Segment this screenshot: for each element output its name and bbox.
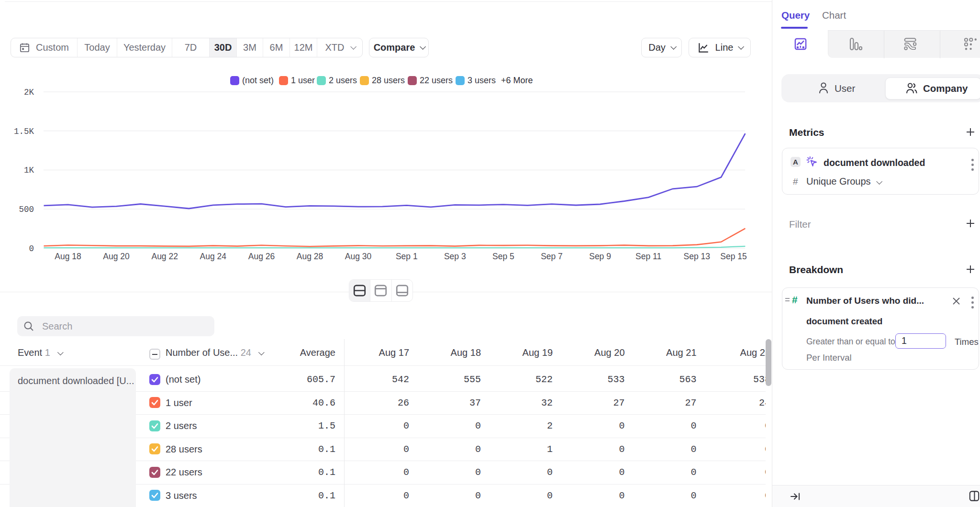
svg-text:Aug 20: Aug 20 <box>103 252 130 261</box>
svg-text:Aug 24: Aug 24 <box>200 252 227 261</box>
svg-text:Sep 3: Sep 3 <box>444 252 466 261</box>
svg-text:Aug 28: Aug 28 <box>297 252 323 261</box>
svg-text:Aug 26: Aug 26 <box>248 252 275 261</box>
svg-text:Aug 18: Aug 18 <box>55 252 81 261</box>
svg-text:Sep 13: Sep 13 <box>684 252 710 261</box>
svg-text:500: 500 <box>19 205 34 214</box>
svg-text:1K: 1K <box>24 165 34 175</box>
svg-text:Aug 22: Aug 22 <box>151 252 178 261</box>
svg-text:1.5K: 1.5K <box>14 127 34 136</box>
svg-text:0: 0 <box>29 244 34 254</box>
svg-text:Sep 7: Sep 7 <box>541 252 563 261</box>
svg-text:Sep 9: Sep 9 <box>589 252 611 261</box>
svg-text:Sep 15: Sep 15 <box>720 252 746 261</box>
svg-text:Sep 5: Sep 5 <box>492 252 514 261</box>
svg-text:Aug 30: Aug 30 <box>345 252 372 261</box>
svg-text:Sep 11: Sep 11 <box>635 252 661 261</box>
svg-text:2K: 2K <box>24 88 34 97</box>
svg-text:Sep 1: Sep 1 <box>396 252 418 261</box>
